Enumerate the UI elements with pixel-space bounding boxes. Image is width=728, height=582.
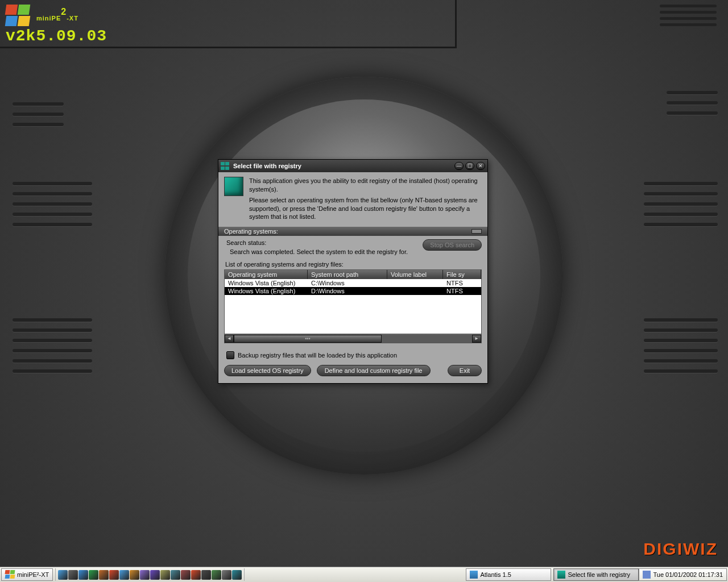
col-volume[interactable]: Volume label (387, 270, 443, 279)
intro-text: This application gives you the ability t… (249, 177, 482, 221)
titlebar[interactable]: Select file with registry — ☐ ✕ (218, 160, 487, 172)
quick-launch-icon[interactable] (119, 570, 129, 580)
table-row[interactable]: Windows Vista (English) D:\Windows NTFS (225, 287, 481, 295)
start-button[interactable]: miniPE²-XT (1, 568, 53, 581)
quick-launch-icon[interactable] (171, 570, 180, 580)
minimize-button[interactable]: — (454, 162, 464, 170)
quick-launch-icon[interactable] (58, 570, 68, 580)
quick-launch-icon[interactable] (78, 570, 88, 580)
maker-logo: DIGIWIZ (643, 539, 718, 559)
backup-checkbox[interactable] (226, 351, 234, 359)
define-custom-registry-button[interactable]: Define and load custom registry file (317, 365, 431, 376)
quick-launch (55, 568, 245, 581)
scroll-right-button[interactable]: ► (472, 335, 481, 343)
window-title: Select file with registry (233, 163, 454, 169)
quick-launch-icon[interactable] (222, 570, 231, 580)
search-status-label: Search status: (224, 239, 423, 246)
taskbar: miniPE²-XT Atlantis 1.5 Select file with… (0, 567, 728, 582)
stop-search-button[interactable]: Stop OS search (423, 239, 482, 251)
col-os[interactable]: Operating system (225, 270, 308, 279)
os-table: Operating system System root path Volume… (224, 269, 482, 343)
quick-launch-icon[interactable] (99, 570, 109, 580)
desktop: miniPE2-XT v2k5.09.03 DIGIWIZ Select fil… (0, 0, 728, 567)
atlantis-icon (470, 571, 478, 579)
quick-launch-icon[interactable] (150, 570, 160, 580)
horizontal-scrollbar[interactable]: ◄ ••• ► (225, 334, 481, 343)
tray-icon[interactable] (643, 571, 651, 579)
system-tray[interactable]: Tue 01/01/2002 01:17:31 (639, 568, 727, 581)
backup-label: Backup registry files that will be loade… (238, 352, 397, 359)
search-status-text: Search was completed. Select the system … (224, 246, 423, 255)
col-fs[interactable]: File sy (443, 270, 481, 279)
quick-launch-icon[interactable] (68, 570, 78, 580)
app-icon (221, 162, 230, 170)
taskbar-item-registry[interactable]: Select file with registry (553, 568, 639, 581)
windows-flag-icon (6, 5, 32, 27)
registry-dialog: Select file with registry — ☐ ✕ This app… (218, 159, 488, 384)
scroll-left-button[interactable]: ◄ (225, 335, 234, 343)
list-label: List of operating systems and registry f… (224, 257, 482, 269)
group-header: Operating systems: (218, 227, 487, 236)
quick-launch-icon[interactable] (212, 570, 221, 580)
table-header: Operating system System root path Volume… (225, 270, 481, 279)
clock: Tue 01/01/2002 01:17:31 (653, 571, 723, 578)
load-os-registry-button[interactable]: Load selected OS registry (224, 365, 311, 376)
quick-launch-icon[interactable] (160, 570, 170, 580)
quick-launch-icon[interactable] (232, 570, 242, 580)
quick-launch-icon[interactable] (130, 570, 139, 580)
quick-launch-icon[interactable] (181, 570, 191, 580)
brand-name: miniPE (36, 15, 61, 22)
close-button[interactable]: ✕ (476, 162, 485, 170)
quick-launch-icon[interactable] (89, 570, 98, 580)
quick-launch-icon[interactable] (191, 570, 201, 580)
brand-logo: miniPE2-XT (6, 5, 78, 27)
taskbar-item-atlantis[interactable]: Atlantis 1.5 (466, 568, 551, 581)
exit-button[interactable]: Exit (448, 365, 482, 376)
scroll-thumb[interactable]: ••• (234, 335, 382, 343)
quick-launch-icon[interactable] (201, 570, 211, 580)
windows-flag-icon (5, 570, 15, 579)
registry-icon (224, 177, 243, 196)
table-row[interactable]: Windows Vista (English) C:\Windows NTFS (225, 279, 481, 287)
quick-launch-icon[interactable] (109, 570, 119, 580)
col-path[interactable]: System root path (308, 270, 387, 279)
maximize-button[interactable]: ☐ (465, 162, 474, 170)
registry-icon (557, 571, 565, 579)
quick-launch-icon[interactable] (140, 570, 150, 580)
version-text: v2k5.09.03 (6, 27, 107, 45)
